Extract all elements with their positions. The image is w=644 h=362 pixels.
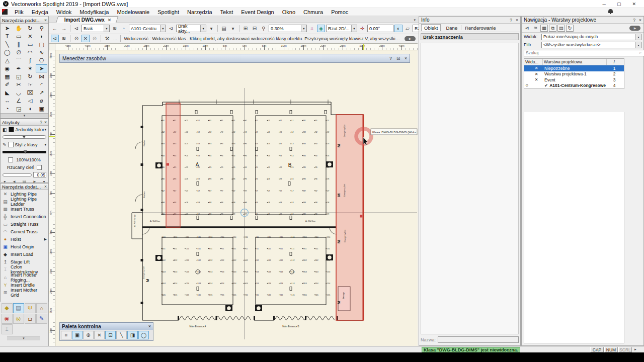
menu-pomoc[interactable]: Pomoc xyxy=(327,9,352,16)
unified-view-icon[interactable]: ◈ xyxy=(317,25,325,32)
toolset-steel[interactable]: ⌶ xyxy=(2,324,13,334)
control-palette-close-icon[interactable]: × xyxy=(148,324,151,329)
clip-tool[interactable]: ▦ xyxy=(2,72,13,80)
toolset-house[interactable]: ⌂ xyxy=(36,303,47,313)
layer-name[interactable]: ✔A101-Centrum-Kongresowe xyxy=(543,83,607,88)
nav-sheet-layers-icon[interactable]: ▤ xyxy=(557,25,565,32)
tab-list-arrow-icon[interactable]: ▾ xyxy=(414,18,416,22)
layer-eye-icon[interactable]: ⊙ xyxy=(524,83,530,87)
opacity-class-marker[interactable] xyxy=(8,157,13,162)
extra-tools-close-icon[interactable]: × xyxy=(44,184,47,189)
trim-tool[interactable]: ✂ xyxy=(13,80,25,88)
callout-tool[interactable]: ↗ xyxy=(36,88,47,97)
menu-chmura[interactable]: Chmura xyxy=(299,9,327,16)
zoom-line-icon[interactable]: ⚲ xyxy=(260,25,268,32)
basic-tools-palette-header[interactable]: Narzędzia podst... × xyxy=(1,17,48,24)
close-button[interactable]: ✕ xyxy=(632,2,636,7)
fit-drawing-icon[interactable]: ⊟ xyxy=(251,25,259,32)
layer-search-input[interactable] xyxy=(524,50,644,56)
line-weight-value[interactable]: 0.05 xyxy=(33,172,46,177)
oval-tool[interactable]: ∅ xyxy=(13,48,25,56)
line-weight-slider[interactable] xyxy=(3,173,32,176)
spiral-tool[interactable]: ◉ xyxy=(2,64,13,72)
column-visibility[interactable]: Wido... xyxy=(524,59,543,65)
pen-color-swatch[interactable] xyxy=(8,142,14,147)
menu-edycja[interactable]: Edycja xyxy=(28,9,52,16)
zoom-tool[interactable]: ⚲ xyxy=(36,24,47,32)
double-line-tool[interactable]: ∥ xyxy=(13,40,25,48)
extra-tools-palette-header[interactable]: Narzędzia dodat... × xyxy=(1,184,48,190)
nav-design-layers-icon[interactable]: ▦ xyxy=(540,25,548,32)
fit-objects-icon[interactable]: ⊞ xyxy=(242,25,250,32)
layer-row[interactable]: ✕Niepotrzebne1 xyxy=(524,65,624,71)
basic-tools-close-icon[interactable]: × xyxy=(44,18,47,23)
view-dropdown[interactable]: Rzut 2D/...▾ xyxy=(326,25,357,32)
protractor-tool[interactable]: ◖ xyxy=(25,105,36,113)
line-tool[interactable]: ╲ xyxy=(2,40,13,48)
column-layer-name[interactable]: Warstwa projektowa xyxy=(543,59,607,65)
straight-truss-tool[interactable]: ▭Straight Truss xyxy=(1,220,48,228)
flyover-tool[interactable]: ↻ xyxy=(25,24,36,32)
layer-row[interactable]: ⊙✔A101-Centrum-Kongresowe4 xyxy=(524,83,624,89)
offset-tool[interactable]: ◡ xyxy=(13,88,25,97)
basic-tools-expand-arrow[interactable]: ▼ xyxy=(1,113,48,118)
rotation-input[interactable] xyxy=(367,25,393,32)
eraser-tool[interactable]: ⌧ xyxy=(25,88,36,97)
filter-select[interactable]: <Wszystkie warstwy/arkusze> ▾ xyxy=(541,42,641,48)
resource-manager-close-icon[interactable]: × xyxy=(405,56,407,61)
pen-style-dropdown[interactable]: Styl z klasy ▾ xyxy=(15,142,46,147)
info-close-icon[interactable]: × xyxy=(516,18,518,23)
stamp-tool[interactable]: ▣ xyxy=(36,105,47,113)
smart-edge-snap-button[interactable]: ◨ xyxy=(127,331,138,339)
toolset-bridle[interactable]: Ψ xyxy=(25,303,36,313)
insert-mother-grid-tool[interactable]: ⊞Insert Mother Grid xyxy=(1,289,48,296)
layer-name[interactable]: Warstwa projektowa-1 xyxy=(543,71,607,76)
menu-okno[interactable]: Okno xyxy=(278,9,299,16)
forward-icon[interactable]: → xyxy=(60,25,68,32)
pen-weight-slider[interactable] xyxy=(3,151,46,153)
visibility-tool-icon[interactable]: ⊲ xyxy=(51,35,59,42)
show-mode-icon[interactable]: ⊙ xyxy=(72,35,80,42)
resource-manager-help-icon[interactable]: ? xyxy=(389,56,392,61)
layer-row[interactable]: ✕Event3 xyxy=(524,77,624,83)
pan-tool[interactable]: ✋ xyxy=(13,24,25,32)
info-tab-obiekt[interactable]: Obiekt xyxy=(421,24,441,31)
rounded-rectangle-tool[interactable]: ▢ xyxy=(36,40,47,48)
polygon-tool[interactable]: △ xyxy=(2,56,13,64)
document-tab[interactable]: Import DWG.vwx ✕ xyxy=(56,16,118,23)
active-class-visibility-icon[interactable]: ⊲ xyxy=(72,25,80,32)
fill-color-swatch[interactable] xyxy=(9,127,14,132)
fill-opacity-slider[interactable] xyxy=(3,135,46,139)
menu-event-design[interactable]: Event Design xyxy=(237,9,278,16)
angle-snap-button[interactable]: ⊕ xyxy=(83,331,94,339)
menu-narzędzia[interactable]: Narzędzia xyxy=(183,9,216,16)
navigation-extend-button[interactable]: ▶ xyxy=(629,26,640,31)
polyline-tool[interactable]: ⌒ xyxy=(13,56,25,64)
layer-name[interactable]: Event xyxy=(543,77,607,82)
layer-visibility-icon[interactable]: ⊲ xyxy=(167,25,175,32)
attributes-palette-header[interactable]: Atrybuty ? × xyxy=(1,119,48,126)
distance-snap-button[interactable]: ╲ xyxy=(116,331,127,339)
notification-bell-icon[interactable] xyxy=(608,9,613,13)
dim-radial-tool[interactable]: ⌀ xyxy=(36,97,47,105)
layer-name[interactable]: Niepotrzebne xyxy=(543,66,607,71)
lighting-pipe-ladder-tool[interactable]: ▤Lighting Pipe Ladder xyxy=(1,198,48,205)
menu-modelowanie[interactable]: Modelowanie xyxy=(113,9,153,16)
text-tool[interactable]: T xyxy=(2,32,13,40)
info-tab-dane[interactable]: Dane xyxy=(443,25,460,31)
dim-angular-tool[interactable]: ∠ xyxy=(13,97,25,105)
insert-connection-tool[interactable]: ╬Insert Connection xyxy=(1,213,48,220)
control-palette-header[interactable]: Paleta kontrolna × xyxy=(60,323,153,330)
active-view-dropdown[interactable]: Brak akty...▾ xyxy=(176,25,206,32)
class-options-icon[interactable]: ≋ xyxy=(111,25,119,32)
menu-tekst[interactable]: Tekst xyxy=(216,9,237,16)
nav-classes-icon[interactable]: ≋ xyxy=(532,25,539,32)
navigation-panel-header[interactable]: Nawigacja - Warstwy projektowe ? × xyxy=(522,17,643,24)
document-tab-close-icon[interactable]: ✕ xyxy=(108,18,112,23)
extract-tool[interactable]: ◱ xyxy=(13,72,25,80)
grid-snap-button[interactable]: ⌗ xyxy=(61,331,71,339)
attribute-brush-tool[interactable]: ✐ xyxy=(2,80,13,88)
intersection-snap-button[interactable]: ✕ xyxy=(94,331,105,339)
eyedropper-tool[interactable]: ✒ xyxy=(13,64,25,72)
resource-manager-dock-icon[interactable]: ⊡ xyxy=(396,56,400,61)
